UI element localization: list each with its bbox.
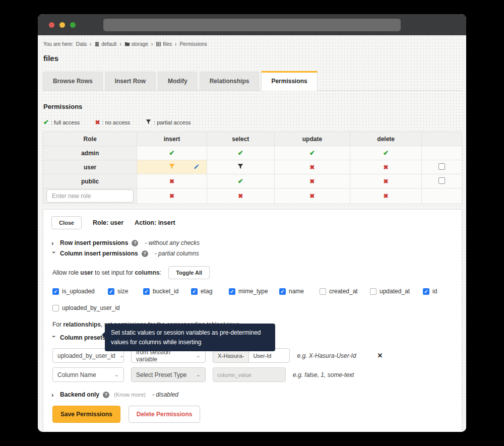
table-header-row: Role insert select update delete bbox=[43, 132, 462, 146]
chevron-down-icon: › bbox=[51, 335, 57, 340]
know-more-link[interactable]: (Know more) bbox=[114, 392, 146, 398]
column-checkbox-mime_type[interactable]: ✓mime_type bbox=[229, 288, 279, 295]
chevron-down-icon: ⌄ bbox=[196, 352, 201, 359]
page-title: files bbox=[43, 54, 462, 62]
close-button[interactable]: Close bbox=[51, 216, 82, 229]
column-checkbox-size[interactable]: ✓size bbox=[108, 288, 143, 295]
preset-column-select[interactable]: Column Name⌄ bbox=[52, 367, 124, 382]
folder-icon bbox=[124, 41, 130, 47]
editor-actions: Save Permissions Delete Permissions bbox=[52, 406, 454, 423]
check-icon: ✔ bbox=[383, 149, 389, 157]
perm-cell-public-delete[interactable]: ✖ bbox=[350, 174, 422, 188]
preset-type-select[interactable]: Select Preset Type⌄ bbox=[131, 367, 206, 382]
minimize-window-icon[interactable] bbox=[59, 22, 65, 28]
checkbox-checked-icon: ✓ bbox=[423, 288, 429, 295]
perm-cell-public-insert[interactable]: ✖ bbox=[137, 174, 207, 188]
save-permissions-button[interactable]: Save Permissions bbox=[52, 406, 120, 423]
close-window-icon[interactable] bbox=[49, 22, 54, 28]
tab-browse-rows[interactable]: Browse Rows bbox=[43, 72, 103, 90]
breadcrumb-item-default[interactable]: default bbox=[94, 41, 116, 47]
perm-cell-user-insert[interactable] bbox=[137, 160, 207, 174]
perm-cell-new-delete[interactable]: ✖ bbox=[350, 188, 422, 204]
perm-cell-public-update[interactable]: ✖ bbox=[274, 174, 350, 188]
column-checkbox-bucket_id[interactable]: ✓bucket_id bbox=[143, 288, 191, 295]
help-icon[interactable]: ? bbox=[132, 240, 138, 246]
column-checkbox-etag[interactable]: ✓etag bbox=[191, 288, 229, 295]
perm-cell-user-update[interactable]: ✖ bbox=[274, 160, 350, 174]
backend-only-section[interactable]: › Backend only ? (Know more) - disabled bbox=[51, 391, 454, 398]
column-presets-tooltip: Set static values or session variables a… bbox=[105, 324, 275, 351]
role-name: admin bbox=[43, 146, 137, 160]
editor-role-label: Role: user bbox=[93, 219, 123, 226]
checkbox-unchecked-icon bbox=[52, 305, 59, 311]
database-icon bbox=[94, 41, 100, 47]
legend-no-access: ✖ : no access bbox=[95, 119, 130, 126]
perm-cell-new-select[interactable]: ✖ bbox=[207, 188, 274, 204]
breadcrumb-item-permissions[interactable]: Permissions bbox=[179, 41, 207, 47]
column-header-update: update bbox=[274, 132, 350, 146]
column-insert-permissions-section[interactable]: › Column insert permissions ? - partial … bbox=[51, 250, 454, 257]
checkbox-checked-icon: ✓ bbox=[229, 288, 235, 295]
legend-partial-access: : partial access bbox=[145, 118, 191, 126]
column-checkbox-id[interactable]: ✓id bbox=[423, 288, 454, 295]
checkbox-checked-icon: ✓ bbox=[279, 288, 286, 295]
tab-relationships[interactable]: Relationships bbox=[200, 72, 260, 90]
checkbox-checked-icon: ✓ bbox=[143, 288, 150, 295]
role-name: user bbox=[43, 160, 137, 174]
bulk-cell-user bbox=[422, 160, 462, 174]
new-role-input[interactable] bbox=[46, 189, 134, 203]
bulk-cell-new bbox=[422, 188, 462, 204]
checkbox-unchecked-icon bbox=[320, 288, 326, 295]
perm-cell-admin-insert[interactable]: ✔ bbox=[137, 146, 207, 160]
perm-cell-new-update[interactable]: ✖ bbox=[274, 188, 350, 204]
tab-modify[interactable]: Modify bbox=[158, 72, 198, 90]
toggle-all-button[interactable]: Toggle All bbox=[168, 266, 210, 279]
cross-icon: ✖ bbox=[238, 193, 243, 200]
column-checkbox-uploaded_by_user_id[interactable]: uploaded_by_user_id bbox=[52, 304, 454, 311]
remove-preset-icon[interactable]: ✕ bbox=[377, 352, 383, 359]
address-bar[interactable] bbox=[103, 19, 401, 31]
perm-cell-public-select[interactable]: ✔ bbox=[207, 174, 274, 188]
tab-permissions[interactable]: Permissions bbox=[261, 71, 317, 91]
perm-cell-admin-update[interactable]: ✔ bbox=[274, 146, 350, 160]
breadcrumb-separator: › bbox=[89, 41, 92, 47]
column-checkbox-created_at[interactable]: created_at bbox=[320, 288, 370, 295]
bulk-cell-public bbox=[422, 174, 462, 188]
breadcrumb-item-storage[interactable]: storage bbox=[124, 41, 148, 47]
perm-cell-admin-select[interactable]: ✔ bbox=[207, 146, 274, 160]
cross-icon: ✖ bbox=[384, 193, 389, 200]
check-icon: ✔ bbox=[43, 118, 49, 126]
permissions-legend: ✔ : full access ✖ : no access : partial … bbox=[43, 118, 462, 126]
check-icon: ✔ bbox=[309, 149, 315, 157]
column-checkbox-row2: uploaded_by_user_id bbox=[52, 304, 454, 311]
column-checkbox-updated_at[interactable]: updated_at bbox=[370, 288, 423, 295]
row-insert-permissions-section[interactable]: › Row insert permissions ? - without any… bbox=[51, 239, 454, 246]
delete-permissions-button[interactable]: Delete Permissions bbox=[129, 406, 201, 423]
new-role-cell bbox=[43, 188, 137, 204]
perm-cell-user-delete[interactable]: ✖ bbox=[350, 160, 422, 174]
breadcrumb-item-data[interactable]: Data bbox=[76, 41, 87, 47]
tab-insert-row[interactable]: Insert Row bbox=[105, 72, 156, 90]
check-icon: ✔ bbox=[169, 149, 175, 157]
check-icon: ✔ bbox=[238, 177, 243, 185]
perm-cell-new-insert[interactable]: ✖ bbox=[137, 188, 207, 204]
column-checkbox-is_uploaded[interactable]: ✓is_uploaded bbox=[52, 288, 108, 295]
column-presets-section[interactable]: › Column presets ? Set static values or … bbox=[51, 334, 454, 341]
help-icon[interactable]: ? bbox=[142, 250, 148, 257]
chevron-right-icon: › bbox=[51, 240, 56, 246]
perm-cell-admin-delete[interactable]: ✔ bbox=[350, 146, 422, 160]
breadcrumb-prefix: You are here: bbox=[43, 41, 74, 47]
column-checkbox-grid: ✓is_uploaded ✓size ✓bucket_id ✓etag ✓mim… bbox=[52, 288, 454, 295]
cross-icon: ✖ bbox=[169, 178, 174, 185]
role-name: public bbox=[43, 174, 137, 188]
maximize-window-icon[interactable] bbox=[70, 22, 76, 28]
bulk-select-checkbox[interactable] bbox=[438, 163, 445, 170]
browser-window: You are here: Data › default › storage ›… bbox=[38, 14, 466, 432]
breadcrumb-item-files[interactable]: files bbox=[156, 41, 172, 47]
cross-icon: ✖ bbox=[384, 164, 389, 171]
help-icon[interactable]: ? bbox=[103, 392, 109, 398]
preset-value-input[interactable] bbox=[213, 367, 286, 382]
column-checkbox-name[interactable]: ✓name bbox=[279, 288, 320, 295]
perm-cell-user-select[interactable] bbox=[207, 160, 274, 174]
bulk-select-checkbox[interactable] bbox=[438, 177, 445, 184]
